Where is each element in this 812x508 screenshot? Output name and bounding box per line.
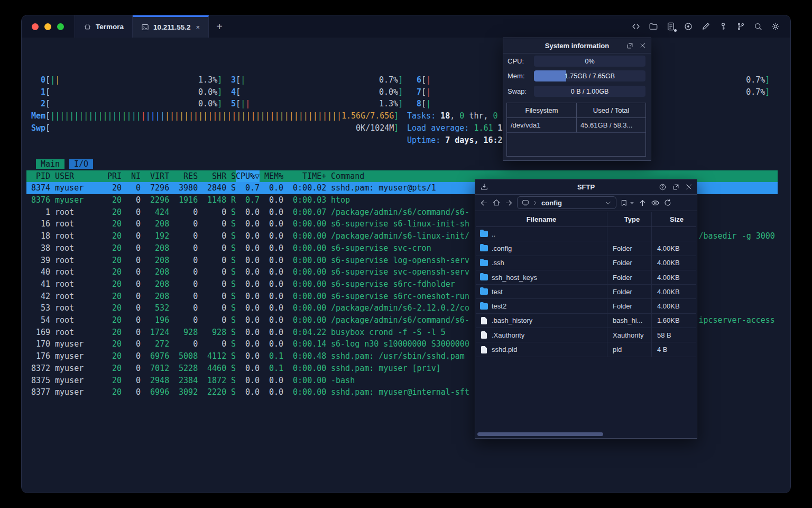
folder-icon — [480, 260, 488, 266]
back-icon[interactable] — [479, 198, 488, 207]
folder-icon — [480, 274, 488, 280]
home-icon — [84, 23, 91, 31]
terminal-icon — [141, 23, 149, 31]
file-row[interactable]: sshd.pidpid4 B — [476, 342, 696, 357]
meter-3: 3[| 0.7%] — [222, 74, 403, 86]
used-total-column-header[interactable]: Used / Total — [577, 103, 645, 117]
close-tab-icon[interactable]: × — [196, 23, 200, 31]
path-breadcrumb[interactable]: config — [517, 196, 616, 209]
show-hidden-icon[interactable] — [651, 198, 660, 207]
file-icon — [481, 346, 487, 353]
status-text: Uptime: 7 days, 16:2 — [407, 134, 503, 147]
terminal-line: 2[ 0.0%] 5[|| 1.3%] 8[| — [26, 98, 778, 110]
terminal-line: Uptime: 7 days, 16:2 — [26, 134, 778, 147]
edit-button[interactable] — [700, 21, 711, 32]
filesystem-usage: 45.61GB / 58.3... — [577, 118, 645, 132]
swap-usage-row: Swap: 0 B / 1.00GB — [508, 86, 645, 97]
bookmark-icon[interactable] — [620, 199, 628, 207]
filename-column-header[interactable]: Filename — [476, 212, 607, 226]
mem-value: 1.75GB / 7.65GB — [534, 70, 645, 81]
filesystem-column-header[interactable]: Filesystem — [507, 103, 577, 117]
search-button[interactable] — [753, 21, 763, 32]
log-button[interactable] — [666, 21, 676, 32]
cpu-usage-row: CPU: 0% — [508, 56, 645, 67]
close-panel-icon[interactable] — [639, 42, 647, 49]
meter-4: 4[ 0.0%] — [222, 86, 403, 98]
titlebar-actions — [631, 15, 790, 38]
chevron-right-icon — [532, 200, 538, 206]
close-panel-icon[interactable] — [685, 183, 693, 190]
size-column-header[interactable]: Size — [652, 212, 696, 226]
forward-icon[interactable] — [504, 198, 513, 207]
scrollbar-thumb[interactable] — [477, 432, 603, 436]
new-tab-button[interactable]: + — [209, 15, 230, 38]
status-text: Load average: 1.61 1 — [407, 122, 503, 134]
file-row[interactable]: .XauthorityXauthority58 B — [476, 328, 696, 342]
htop-tab-main[interactable]: Main — [36, 158, 64, 170]
file-icon — [481, 331, 487, 339]
system-information-panel: System information CPU: 0% Mem: 1.75GB /… — [503, 38, 651, 161]
cpu-label: CPU: — [508, 57, 534, 65]
open-in-window-icon[interactable] — [626, 42, 634, 50]
bookmark-dropdown-icon[interactable] — [630, 201, 634, 205]
horizontal-scrollbar[interactable] — [476, 432, 696, 436]
computer-icon — [522, 199, 529, 206]
file-row[interactable]: .sshFolder4.00KB — [476, 256, 696, 270]
swap-value: 0 B / 1.00GB — [534, 86, 645, 97]
settings-button[interactable] — [770, 21, 781, 32]
tab-home[interactable]: Termora — [75, 15, 133, 38]
meter-Mem: Mem[||||||||||||||||||||||||||||||||||||… — [31, 110, 399, 122]
sftp-titlebar: SFTP — [475, 179, 697, 195]
termora-window: Termora 10.211.55.2 × + 0[|| 1.3%] 3[| — [21, 15, 791, 493]
filesystem-row[interactable]: /dev/vda1 45.61GB / 58.3... — [507, 118, 645, 133]
system-information-titlebar: System information — [503, 38, 651, 53]
folder-button[interactable] — [648, 21, 659, 32]
sftp-toolbar: config — [475, 195, 697, 211]
chevron-down-icon[interactable] — [605, 199, 612, 206]
file-row[interactable]: .. — [476, 227, 696, 241]
mem-label: Mem: — [508, 72, 534, 80]
file-icon — [481, 317, 487, 324]
swap-label: Swap: — [508, 87, 534, 95]
traffic-lights — [22, 15, 75, 38]
help-icon[interactable] — [659, 183, 667, 191]
home-icon[interactable] — [492, 198, 501, 207]
terminal-line: 1[ 0.0%] 4[ 0.0%] 7[| 0.7%] — [26, 86, 778, 98]
status-text: Tasks: 18, 0 thr, 0 — [407, 110, 498, 122]
filesystem-table: Filesystem Used / Total /dev/vda1 45.61G… — [506, 103, 646, 157]
meter-Swp: Swp[ 0K/1024M] — [31, 122, 399, 134]
zoom-window-button[interactable] — [57, 23, 64, 30]
file-table: Filename Type Size ...configFolder4.00KB… — [476, 212, 696, 431]
active-tab-label: 10.211.55.2 — [153, 23, 191, 31]
open-in-window-icon[interactable] — [672, 183, 680, 191]
meter-1: 1[ 0.0%] — [31, 86, 222, 98]
type-column-header[interactable]: Type — [607, 212, 652, 226]
file-row[interactable]: .configFolder4.00KB — [476, 241, 696, 256]
up-directory-icon[interactable] — [638, 198, 647, 207]
sftp-panel: SFTP config Filenam — [475, 179, 697, 439]
mem-progressbar: 1.75GB / 7.65GB — [534, 70, 645, 81]
mem-usage-row: Mem: 1.75GB / 7.65GB — [508, 70, 645, 81]
terminal-line: 0[|| 1.3%] 3[| 0.7%] 6[| 0.7%] — [26, 74, 778, 86]
file-row[interactable]: ssh_host_keysFolder4.00KB — [476, 270, 696, 285]
tab-active-session[interactable]: 10.211.55.2 × — [133, 15, 209, 38]
file-table-header: Filename Type Size — [476, 212, 696, 227]
htop-tab-io[interactable]: I/O — [69, 158, 93, 170]
home-tab-label: Termora — [96, 23, 124, 31]
close-window-button[interactable] — [32, 23, 39, 30]
key-button[interactable] — [718, 21, 728, 32]
cpu-value: 0% — [534, 56, 645, 67]
folder-icon — [480, 245, 488, 251]
code-snippets-button[interactable] — [631, 21, 641, 32]
record-button[interactable] — [683, 21, 694, 32]
refresh-icon[interactable] — [663, 198, 672, 207]
titlebar: Termora 10.211.55.2 × + — [22, 15, 790, 38]
current-path: config — [541, 199, 562, 207]
file-row[interactable]: .bash_historybash_hi...1.60KB — [476, 314, 696, 328]
file-row[interactable]: testFolder4.00KB — [476, 285, 696, 299]
minimize-window-button[interactable] — [44, 23, 51, 30]
terminal-line: Mem[||||||||||||||||||||||||||||||||||||… — [26, 110, 778, 122]
file-row[interactable]: test2Folder4.00KB — [476, 299, 696, 313]
cpu-progressbar: 0% — [534, 56, 645, 67]
branch-button[interactable] — [735, 21, 746, 32]
